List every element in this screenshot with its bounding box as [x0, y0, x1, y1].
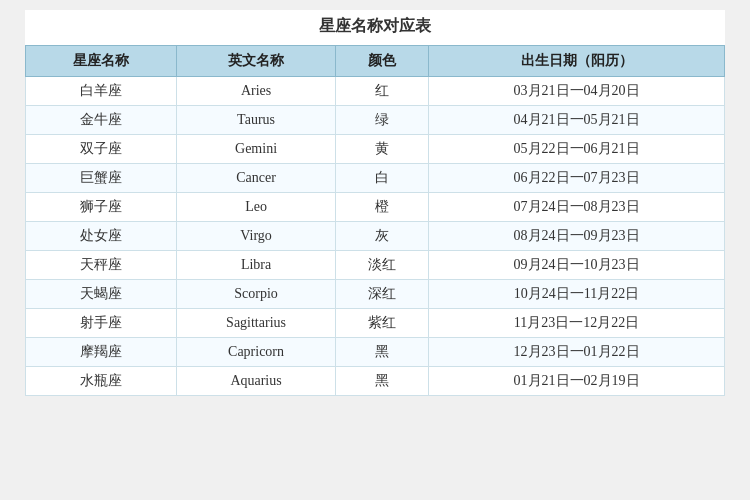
- zodiac-table: 星座名称 英文名称 颜色 出生日期（阳历） 白羊座Aries红03月21日一04…: [25, 45, 725, 396]
- cell-chinese: 白羊座: [26, 77, 177, 106]
- cell-color: 黑: [336, 367, 429, 396]
- cell-chinese: 射手座: [26, 309, 177, 338]
- table-row: 射手座Sagittarius紫红11月23日一12月22日: [26, 309, 725, 338]
- table-row: 狮子座Leo橙07月24日一08月23日: [26, 193, 725, 222]
- table-row: 白羊座Aries红03月21日一04月20日: [26, 77, 725, 106]
- cell-dates: 01月21日一02月19日: [429, 367, 725, 396]
- col-header-english: 英文名称: [177, 46, 336, 77]
- cell-color: 紫红: [336, 309, 429, 338]
- cell-chinese: 巨蟹座: [26, 164, 177, 193]
- cell-dates: 03月21日一04月20日: [429, 77, 725, 106]
- cell-color: 深红: [336, 280, 429, 309]
- cell-color: 淡红: [336, 251, 429, 280]
- table-row: 巨蟹座Cancer白06月22日一07月23日: [26, 164, 725, 193]
- cell-color: 黑: [336, 338, 429, 367]
- cell-english: Scorpio: [177, 280, 336, 309]
- cell-dates: 10月24日一11月22日: [429, 280, 725, 309]
- main-container: 星座名称对应表 星座名称 英文名称 颜色 出生日期（阳历） 白羊座Aries红0…: [25, 10, 725, 396]
- table-row: 处女座Virgo灰08月24日一09月23日: [26, 222, 725, 251]
- cell-color: 橙: [336, 193, 429, 222]
- cell-chinese: 双子座: [26, 135, 177, 164]
- cell-dates: 07月24日一08月23日: [429, 193, 725, 222]
- table-row: 天蝎座Scorpio深红10月24日一11月22日: [26, 280, 725, 309]
- cell-chinese: 天秤座: [26, 251, 177, 280]
- cell-dates: 06月22日一07月23日: [429, 164, 725, 193]
- cell-english: Sagittarius: [177, 309, 336, 338]
- cell-dates: 04月21日一05月21日: [429, 106, 725, 135]
- cell-color: 灰: [336, 222, 429, 251]
- cell-chinese: 狮子座: [26, 193, 177, 222]
- cell-english: Aries: [177, 77, 336, 106]
- cell-dates: 12月23日一01月22日: [429, 338, 725, 367]
- cell-english: Gemini: [177, 135, 336, 164]
- cell-color: 红: [336, 77, 429, 106]
- page-title: 星座名称对应表: [25, 10, 725, 45]
- cell-dates: 09月24日一10月23日: [429, 251, 725, 280]
- table-row: 水瓶座Aquarius黑01月21日一02月19日: [26, 367, 725, 396]
- table-row: 摩羯座Capricorn黑12月23日一01月22日: [26, 338, 725, 367]
- cell-dates: 05月22日一06月21日: [429, 135, 725, 164]
- col-header-chinese: 星座名称: [26, 46, 177, 77]
- table-header-row: 星座名称 英文名称 颜色 出生日期（阳历）: [26, 46, 725, 77]
- cell-english: Cancer: [177, 164, 336, 193]
- cell-chinese: 处女座: [26, 222, 177, 251]
- cell-dates: 08月24日一09月23日: [429, 222, 725, 251]
- cell-english: Libra: [177, 251, 336, 280]
- cell-color: 白: [336, 164, 429, 193]
- cell-english: Leo: [177, 193, 336, 222]
- cell-chinese: 摩羯座: [26, 338, 177, 367]
- table-row: 天秤座Libra淡红09月24日一10月23日: [26, 251, 725, 280]
- cell-english: Virgo: [177, 222, 336, 251]
- table-row: 金牛座Taurus绿04月21日一05月21日: [26, 106, 725, 135]
- cell-dates: 11月23日一12月22日: [429, 309, 725, 338]
- table-row: 双子座Gemini黄05月22日一06月21日: [26, 135, 725, 164]
- cell-color: 绿: [336, 106, 429, 135]
- table-body: 白羊座Aries红03月21日一04月20日金牛座Taurus绿04月21日一0…: [26, 77, 725, 396]
- col-header-dates: 出生日期（阳历）: [429, 46, 725, 77]
- col-header-color: 颜色: [336, 46, 429, 77]
- cell-chinese: 天蝎座: [26, 280, 177, 309]
- cell-english: Aquarius: [177, 367, 336, 396]
- cell-chinese: 金牛座: [26, 106, 177, 135]
- cell-color: 黄: [336, 135, 429, 164]
- cell-english: Capricorn: [177, 338, 336, 367]
- cell-english: Taurus: [177, 106, 336, 135]
- cell-chinese: 水瓶座: [26, 367, 177, 396]
